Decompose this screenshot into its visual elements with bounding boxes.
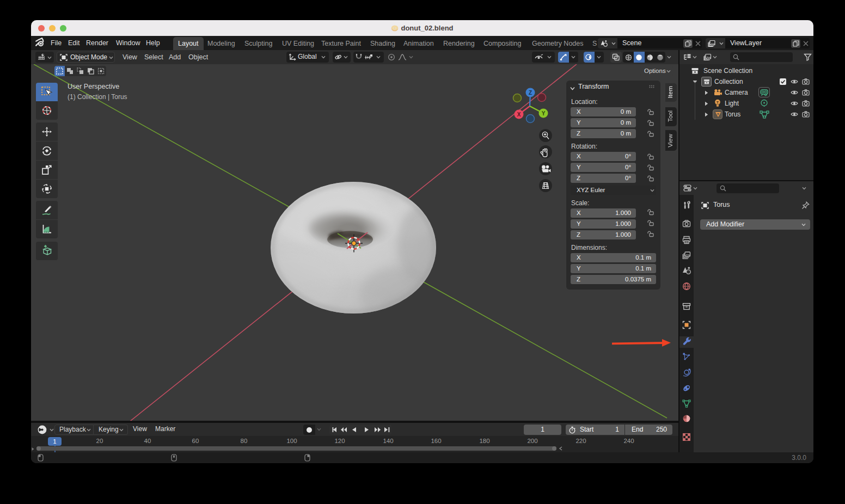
svg-text:Z: Z xyxy=(529,90,532,96)
svg-text:X: X xyxy=(517,112,521,118)
svg-text:Y: Y xyxy=(542,110,546,116)
